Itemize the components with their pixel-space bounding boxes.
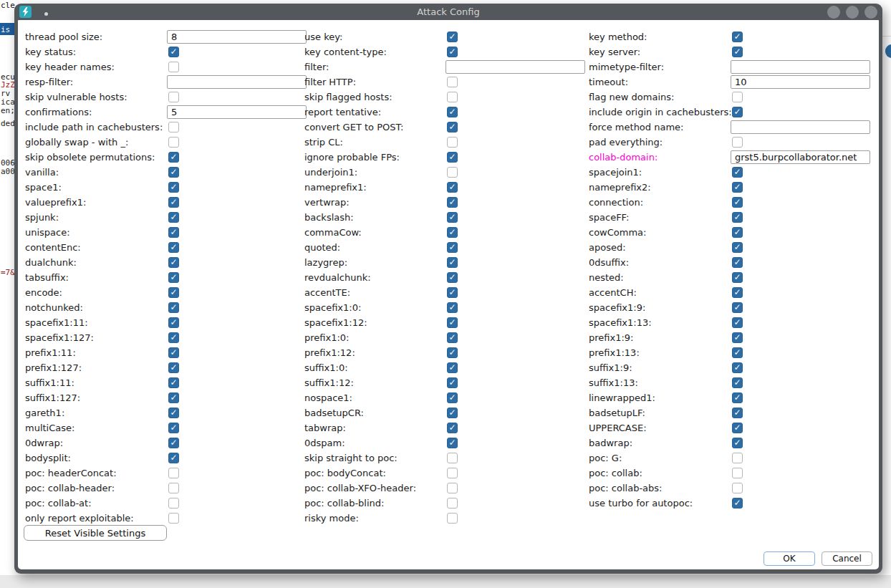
checkbox-revdualchunk[interactable]: ✓	[447, 272, 458, 283]
checkbox-spacefix1-11[interactable]: ✓	[168, 317, 179, 328]
checkbox-suffix1-9[interactable]: ✓	[732, 362, 743, 373]
close-button[interactable]	[864, 6, 877, 19]
checkbox-poc-g[interactable]	[732, 453, 743, 463]
checkbox-linewrapped1[interactable]: ✓	[732, 392, 743, 403]
checkbox-contentenc[interactable]: ✓	[168, 242, 179, 253]
checkbox-skip-obsolete-permutations[interactable]: ✓	[168, 152, 179, 163]
checkbox-convert-get-to-post[interactable]: ✓	[447, 122, 458, 132]
checkbox-spacejoin1[interactable]: ✓	[732, 167, 743, 178]
checkbox-poc-collab-abs[interactable]	[732, 483, 743, 493]
checkbox-uppercase[interactable]: ✓	[732, 423, 743, 433]
checkbox-valueprefix1[interactable]: ✓	[168, 197, 179, 208]
checkbox-suffix1-0[interactable]: ✓	[447, 362, 458, 373]
checkbox-prefix1-12[interactable]: ✓	[447, 347, 458, 358]
checkbox-accentch[interactable]: ✓	[732, 287, 743, 298]
checkbox-spacefix1-127[interactable]: ✓	[168, 332, 179, 343]
checkbox-prefix1-127[interactable]: ✓	[168, 362, 179, 373]
checkbox-tabsuffix[interactable]: ✓	[168, 272, 179, 283]
checkbox-connection[interactable]: ✓	[732, 197, 743, 208]
ok-button[interactable]: OK	[764, 551, 815, 566]
checkbox-space1[interactable]: ✓	[168, 182, 179, 193]
checkbox-spacefix1-12[interactable]: ✓	[447, 317, 458, 328]
checkbox-tabwrap[interactable]: ✓	[447, 423, 458, 433]
checkbox-suffix1-13[interactable]: ✓	[732, 377, 743, 388]
checkbox-0dspam[interactable]: ✓	[447, 438, 458, 448]
checkbox-filter-http[interactable]	[447, 77, 458, 87]
checkbox-prefix1-9[interactable]: ✓	[732, 332, 743, 343]
checkbox-key-method[interactable]: ✓	[732, 32, 743, 42]
checkbox-notchunked[interactable]: ✓	[168, 302, 179, 313]
checkbox-only-report-exploitable[interactable]	[168, 513, 179, 524]
checkbox-cowcomma[interactable]: ✓	[732, 227, 743, 238]
input-mimetype-filter[interactable]	[731, 60, 870, 74]
checkbox-bodysplit[interactable]: ✓	[168, 453, 179, 463]
titlebar[interactable]: Attack Config	[14, 4, 882, 20]
checkbox-accentte[interactable]: ✓	[447, 287, 458, 298]
checkbox-prefix1-11[interactable]: ✓	[168, 347, 179, 358]
checkbox-spacefix1-9[interactable]: ✓	[732, 302, 743, 313]
checkbox-multicase[interactable]: ✓	[168, 423, 179, 433]
checkbox-spaceff[interactable]: ✓	[732, 212, 743, 223]
checkbox-0dsuffix[interactable]: ✓	[732, 257, 743, 268]
checkbox-key-header-names[interactable]	[168, 62, 179, 72]
checkbox-use-key[interactable]: ✓	[447, 32, 458, 42]
checkbox-skip-vulnerable-hosts[interactable]	[168, 92, 179, 102]
checkbox-poc-collab-header[interactable]	[168, 483, 179, 493]
input-thread-pool-size[interactable]	[167, 30, 307, 44]
input-force-method-name[interactable]	[731, 120, 870, 134]
checkbox-spjunk[interactable]: ✓	[168, 212, 179, 223]
checkbox-prefix1-0[interactable]: ✓	[447, 332, 458, 343]
checkbox-skip-straight-to-poc[interactable]	[447, 453, 458, 463]
reset-visible-settings-button[interactable]: Reset Visible Settings	[24, 525, 167, 541]
checkbox-ignore-probable-fps[interactable]: ✓	[447, 152, 458, 163]
input-confirmations[interactable]	[167, 105, 307, 119]
minimize-button[interactable]	[827, 6, 840, 19]
checkbox-suffix1-12[interactable]: ✓	[447, 377, 458, 388]
checkbox-nameprefix1[interactable]: ✓	[447, 182, 458, 193]
checkbox-key-status[interactable]: ✓	[168, 47, 179, 57]
checkbox-vertwrap[interactable]: ✓	[447, 197, 458, 208]
checkbox-poc-collab-at[interactable]	[168, 498, 179, 509]
input-timeout[interactable]	[731, 75, 870, 89]
checkbox-underjoin1[interactable]	[447, 167, 458, 178]
checkbox-key-server[interactable]: ✓	[732, 47, 743, 57]
checkbox-0dwrap[interactable]: ✓	[168, 438, 179, 448]
maximize-button[interactable]	[846, 6, 859, 19]
checkbox-key-content-type[interactable]: ✓	[447, 47, 458, 57]
checkbox-use-turbo-for-autopoc[interactable]: ✓	[732, 498, 743, 509]
input-collab-domain[interactable]	[731, 150, 870, 164]
checkbox-nested[interactable]: ✓	[732, 272, 743, 283]
checkbox-suffix1-127[interactable]: ✓	[168, 392, 179, 403]
checkbox-prefix1-13[interactable]: ✓	[732, 347, 743, 358]
checkbox-skip-flagged-hosts[interactable]	[447, 92, 458, 102]
checkbox-risky-mode[interactable]	[447, 513, 458, 524]
input-resp-filter[interactable]	[167, 75, 307, 89]
checkbox-badsetupcr[interactable]: ✓	[447, 408, 458, 418]
input-filter[interactable]	[446, 60, 585, 74]
checkbox-commacow[interactable]: ✓	[447, 227, 458, 238]
checkbox-gareth1[interactable]: ✓	[168, 408, 179, 418]
checkbox-poc-collab-blind[interactable]	[447, 498, 458, 509]
checkbox-suffix1-11[interactable]: ✓	[168, 377, 179, 388]
checkbox-flag-new-domains[interactable]	[732, 92, 743, 102]
checkbox-globally-swap-with[interactable]	[168, 137, 179, 148]
checkbox-nameprefix2[interactable]: ✓	[732, 182, 743, 193]
checkbox-include-path-in-cachebusters[interactable]	[168, 122, 179, 132]
checkbox-pad-everything[interactable]	[732, 137, 743, 148]
checkbox-vanilla[interactable]: ✓	[168, 167, 179, 178]
checkbox-aposed[interactable]: ✓	[732, 242, 743, 253]
checkbox-poc-bodyconcat[interactable]	[447, 468, 458, 478]
checkbox-nospace1[interactable]: ✓	[447, 392, 458, 403]
checkbox-poc-headerconcat[interactable]	[168, 468, 179, 478]
checkbox-encode[interactable]: ✓	[168, 287, 179, 298]
checkbox-spacefix1-0[interactable]: ✓	[447, 302, 458, 313]
checkbox-quoted[interactable]: ✓	[447, 242, 458, 253]
checkbox-unispace[interactable]: ✓	[168, 227, 179, 238]
cancel-button[interactable]: Cancel	[822, 551, 872, 566]
checkbox-include-origin-in-cachebusters[interactable]: ✓	[732, 107, 743, 117]
checkbox-report-tentative[interactable]: ✓	[447, 107, 458, 117]
checkbox-lazygrep[interactable]: ✓	[447, 257, 458, 268]
checkbox-dualchunk[interactable]: ✓	[168, 257, 179, 268]
checkbox-strip-cl[interactable]	[447, 137, 458, 148]
checkbox-badwrap[interactable]: ✓	[732, 438, 743, 448]
